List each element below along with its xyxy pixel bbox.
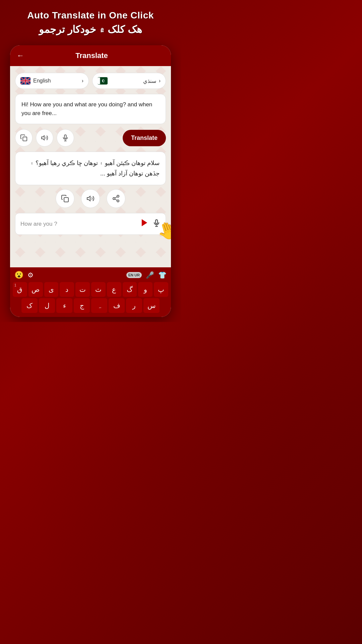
header-title-urdu: هک کلک ۾ خودکار ترجمو <box>7 23 174 35</box>
svg-point-15 <box>117 200 119 202</box>
input-controls-row: Translate <box>15 129 166 147</box>
keyboard-top-bar: 😮 ⚙ EN UR 🎤 👕 <box>13 271 168 282</box>
target-language-arrow: › <box>159 78 161 84</box>
keyboard-area: 😮 ⚙ EN UR 🎤 👕 1ق ص ی د ت ث ع <box>10 267 171 317</box>
source-language-button[interactable]: English › <box>15 73 89 89</box>
content-area: English › سنڌي › <box>10 66 171 267</box>
svg-marker-7 <box>42 136 44 140</box>
svg-rect-6 <box>23 137 27 141</box>
svg-line-16 <box>115 199 117 201</box>
key-re[interactable]: ر <box>126 298 142 313</box>
uk-flag-icon <box>20 77 31 85</box>
svg-rect-8 <box>64 135 66 139</box>
keyboard-mic-button[interactable]: 🎤 <box>146 271 154 279</box>
input-text-content: Hi! How are you and what are you doing? … <box>21 101 152 116</box>
svg-marker-12 <box>87 196 90 201</box>
key-lam[interactable]: ل <box>39 298 55 313</box>
key-he[interactable]: ہ <box>91 298 107 313</box>
header-title-english: Auto Translate in One Click <box>7 10 174 21</box>
key-q[interactable]: 1ق <box>13 282 27 297</box>
language-toggle[interactable]: EN UR <box>126 272 142 278</box>
svg-rect-19 <box>156 220 158 224</box>
translate-button[interactable]: Translate <box>123 130 166 146</box>
key-gaaf[interactable]: گ <box>123 282 137 297</box>
key-pe[interactable]: پ <box>154 282 168 297</box>
source-language-arrow: › <box>82 78 83 84</box>
phone-mockup: ← Translate <box>10 45 171 317</box>
key-se2[interactable]: ث <box>91 282 106 297</box>
keyboard-theme-button[interactable]: 👕 <box>158 271 167 279</box>
target-language-button[interactable]: سنڌي › <box>92 73 166 89</box>
key-dal[interactable]: د <box>60 282 74 297</box>
key-se[interactable]: ت <box>75 282 90 297</box>
output-controls-row <box>15 189 166 208</box>
svg-marker-18 <box>142 219 147 226</box>
keyboard-row-2: ک ل ء ج ہ ف ر س <box>13 298 168 313</box>
mic-input-button[interactable] <box>57 129 74 147</box>
share-output-button[interactable] <box>107 189 125 208</box>
input-text-box[interactable]: Hi! How are you and what are you doing? … <box>15 94 166 124</box>
pakistan-flag-icon <box>98 77 108 85</box>
volume-input-button[interactable] <box>36 129 53 147</box>
key-seen[interactable]: س <box>143 298 160 313</box>
svg-rect-11 <box>64 198 68 202</box>
svg-rect-2 <box>98 77 100 84</box>
svg-point-13 <box>117 195 119 197</box>
key-ye[interactable]: ی <box>44 282 59 297</box>
language-selector-row: English › سنڌي › <box>15 73 166 89</box>
key-hamza[interactable]: ء <box>56 298 72 313</box>
keyboard-settings-button[interactable]: ⚙ <box>27 271 34 279</box>
svg-point-14 <box>113 198 115 200</box>
volume-output-button[interactable] <box>81 189 100 208</box>
key-kaf[interactable]: ک <box>21 298 38 313</box>
key-fe[interactable]: ف <box>109 298 125 313</box>
emoji-button[interactable]: 😮 <box>14 271 23 279</box>
send-button[interactable] <box>140 218 149 230</box>
svg-line-17 <box>115 197 117 198</box>
bottom-input-placeholder: How are you ? <box>20 221 136 227</box>
source-language-name: English <box>33 78 79 84</box>
output-text-content: سلام توهان ڪيئن آهيو ۽ توهان ڇا ڪري رهيا… <box>30 160 160 177</box>
app-bar-title: Translate <box>29 51 154 60</box>
key-sad[interactable]: ص <box>28 282 43 297</box>
copy-output-button[interactable] <box>56 189 74 208</box>
header-section: Auto Translate in One Click هک کلک ۾ خود… <box>0 0 181 42</box>
keyboard-row-1: 1ق ص ی د ت ث ع گ و پ <box>13 282 168 297</box>
output-text-box: سلام توهان ڪيئن آهيو ۽ توهان ڇا ڪري رهيا… <box>15 152 166 185</box>
back-button[interactable]: ← <box>17 51 24 60</box>
bottom-input-bar[interactable]: How are you ? <box>15 213 166 235</box>
keyboard-top-left: 😮 ⚙ <box>14 271 34 279</box>
target-language-name: سنڌي <box>110 78 156 84</box>
key-ain[interactable]: ع <box>107 282 121 297</box>
key-jeem[interactable]: ج <box>74 298 90 313</box>
key-wao[interactable]: و <box>138 282 153 297</box>
keyboard-top-right: EN UR 🎤 👕 <box>126 271 167 279</box>
app-bar: ← Translate <box>10 45 171 66</box>
copy-input-button[interactable] <box>15 129 33 147</box>
